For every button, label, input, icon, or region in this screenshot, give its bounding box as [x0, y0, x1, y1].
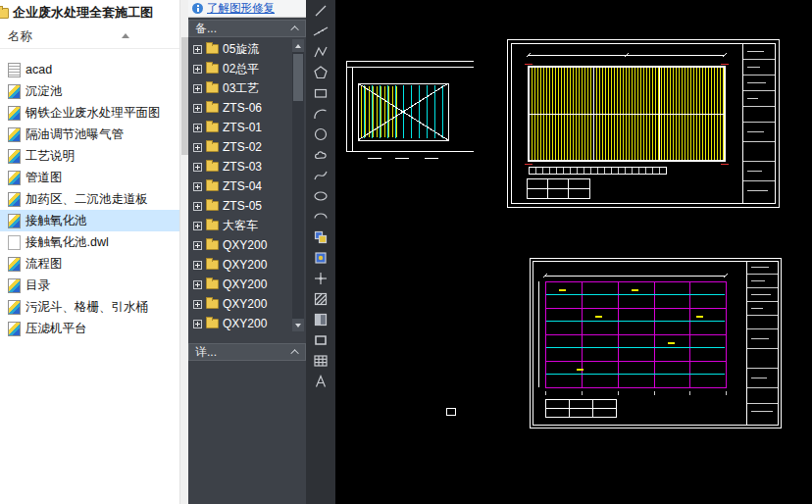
folder-icon	[206, 123, 219, 132]
tool-point[interactable]	[306, 268, 335, 288]
file-item-label: acad	[25, 63, 52, 76]
tree-item-label: ZTS-01	[223, 121, 262, 134]
tree-item[interactable]: 大客车	[188, 216, 292, 235]
tree-item[interactable]: 05旋流	[188, 39, 292, 59]
tree-item[interactable]: ZTS-01	[188, 118, 292, 137]
tool-multiline-text[interactable]	[306, 371, 335, 391]
tree-scrollbar-thumb[interactable]	[293, 54, 303, 101]
tool-line[interactable]	[306, 0, 335, 21]
file-list-scrollbar[interactable]	[179, 0, 188, 504]
info-icon	[192, 3, 203, 14]
tool-hatch[interactable]	[306, 288, 335, 309]
dwg-file-icon	[8, 278, 21, 293]
expand-plus-icon[interactable]	[193, 124, 202, 132]
tree-item[interactable]: QXY200	[188, 275, 292, 294]
tree-item-label: ZTS-05	[223, 199, 262, 213]
tool-create-block[interactable]	[306, 247, 335, 268]
tool-polyline[interactable]	[306, 41, 335, 62]
region-icon	[313, 332, 329, 348]
name-column-label: 名称	[8, 28, 32, 45]
pickbox-cursor	[446, 408, 455, 415]
tree-item-label: QXY200	[223, 258, 267, 272]
cad-sheet-panel: 了解图形修复 备... 05旋流02总平03工艺ZTS-06ZTS-01ZTS-…	[188, 0, 306, 504]
drawing-recovery-link[interactable]: 了解图形修复	[207, 1, 275, 16]
tree-item[interactable]: ZTS-03	[188, 157, 292, 176]
tool-insert-block[interactable]	[306, 227, 335, 247]
file-item[interactable]: 隔油调节池曝气管	[0, 124, 179, 145]
tree-item[interactable]: 03工艺	[188, 78, 292, 98]
folder-icon	[206, 279, 219, 289]
tool-table[interactable]	[306, 350, 335, 371]
hatch-icon	[313, 291, 329, 307]
file-list-scrollbar-thumb[interactable]	[181, 37, 188, 155]
folder-icon	[206, 162, 219, 172]
tool-gradient[interactable]	[306, 309, 335, 329]
file-item-label: 隔油调节池曝气管	[25, 126, 124, 143]
tree-item[interactable]: QXY200	[188, 314, 292, 333]
dwg-file-icon	[8, 192, 21, 207]
expand-plus-icon[interactable]	[193, 241, 202, 250]
tree-item[interactable]: ZTS-05	[188, 196, 292, 216]
folder-title-row: 企业废水处理全套施工图	[0, 0, 188, 25]
file-item[interactable]: 接触氧化池.dwl	[0, 231, 179, 253]
file-item[interactable]: 目录	[0, 275, 179, 296]
tool-rectangle[interactable]	[306, 82, 335, 103]
file-item[interactable]: 加药区、二沉池走道板	[0, 188, 179, 210]
dwg-file-icon	[8, 106, 21, 121]
file-item[interactable]: 管道图	[0, 167, 179, 188]
details-section-header[interactable]: 详...	[188, 343, 306, 361]
expand-plus-icon[interactable]	[193, 202, 202, 211]
file-item[interactable]: 沉淀池	[0, 80, 179, 102]
name-column-header[interactable]: 名称	[0, 25, 188, 49]
tool-ellipse[interactable]	[306, 185, 335, 206]
triangle-down-icon	[295, 324, 301, 328]
expand-plus-icon[interactable]	[193, 65, 202, 74]
expand-plus-icon[interactable]	[193, 222, 202, 230]
tree-item-label: ZTS-06	[223, 101, 262, 115]
tree-scrollbar[interactable]	[292, 39, 304, 331]
tree-item[interactable]: QXY200	[188, 235, 292, 255]
file-item[interactable]: acad	[0, 59, 179, 80]
expand-plus-icon[interactable]	[193, 45, 202, 54]
tool-construction-line[interactable]	[306, 21, 335, 41]
dwg-file-icon	[8, 322, 21, 336]
file-item[interactable]: 污泥斗、格栅、引水桶	[0, 296, 179, 318]
file-item[interactable]: 接触氧化池	[0, 210, 179, 231]
expand-plus-icon[interactable]	[193, 104, 202, 113]
tool-revision-cloud[interactable]	[306, 144, 335, 165]
file-item[interactable]: 压滤机平台	[0, 318, 179, 339]
expand-plus-icon[interactable]	[193, 143, 202, 152]
expand-plus-icon[interactable]	[193, 84, 202, 93]
tool-ellipse-arc[interactable]	[306, 206, 335, 227]
scroll-down-button[interactable]	[292, 319, 304, 331]
expand-plus-icon[interactable]	[193, 300, 202, 309]
drawing-canvas[interactable]	[335, 0, 812, 504]
expand-plus-icon[interactable]	[193, 280, 202, 289]
file-item[interactable]: 工艺说明	[0, 145, 179, 167]
folder-icon	[206, 44, 219, 54]
tool-region[interactable]	[306, 329, 335, 350]
tree-item[interactable]: QXY200	[188, 294, 292, 314]
tool-arc[interactable]	[306, 103, 335, 124]
tree-item[interactable]: QXY200	[188, 255, 292, 275]
grid-plan-view	[530, 258, 781, 428]
drawing-recovery-bar: 了解图形修复	[188, 0, 306, 18]
tool-circle[interactable]	[306, 124, 335, 144]
details-section-label: 详...	[195, 344, 217, 361]
page-title: 企业废水处理全套施工图	[13, 4, 153, 22]
sheets-section-header[interactable]: 备...	[188, 20, 306, 37]
hatch-plan-view	[507, 39, 779, 207]
file-item[interactable]: 钢铁企业废水处理平面图	[0, 102, 179, 124]
expand-plus-icon[interactable]	[193, 261, 202, 270]
expand-plus-icon[interactable]	[193, 163, 202, 172]
scroll-up-button[interactable]	[292, 39, 304, 52]
expand-plus-icon[interactable]	[193, 320, 202, 328]
tool-spline[interactable]	[306, 165, 335, 185]
tree-item[interactable]: ZTS-06	[188, 98, 292, 118]
tree-item[interactable]: ZTS-04	[188, 176, 292, 196]
tool-polygon[interactable]	[306, 62, 335, 82]
tree-item[interactable]: ZTS-02	[188, 137, 292, 157]
expand-plus-icon[interactable]	[193, 182, 202, 191]
tree-item[interactable]: 02总平	[188, 59, 292, 78]
file-item[interactable]: 流程图	[0, 253, 179, 275]
